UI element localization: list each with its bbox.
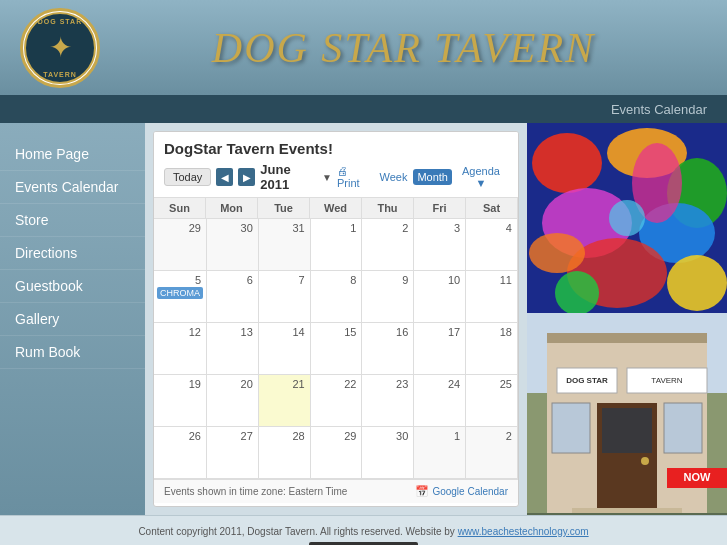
table-row[interactable]: 2: [466, 427, 518, 479]
table-row[interactable]: 28: [259, 427, 311, 479]
table-row[interactable]: 6: [207, 271, 259, 323]
logo: DOG STAR ✦ TAVERN: [20, 8, 100, 88]
sidebar-item-events[interactable]: Events Calendar: [0, 171, 145, 204]
next-month-button[interactable]: ▶: [238, 168, 255, 186]
table-row[interactable]: 17: [414, 323, 466, 375]
table-row[interactable]: 12: [154, 323, 207, 375]
calendar-event[interactable]: CHROMA: [157, 287, 203, 299]
table-row[interactable]: 27: [207, 427, 259, 479]
table-row[interactable]: 29: [311, 427, 363, 479]
table-row[interactable]: 1: [414, 427, 466, 479]
google-calendar-badge[interactable]: 📅 Google Calendar: [415, 485, 508, 498]
sidebar: Home Page Events Calendar Store Directio…: [0, 123, 145, 515]
svg-rect-28: [572, 508, 682, 513]
footer-text: Content copyright 2011, Dogstar Tavern. …: [138, 526, 457, 537]
svg-rect-25: [552, 403, 590, 453]
sidebar-item-rumbook[interactable]: Rum Book: [0, 336, 145, 369]
sidebar-item-guestbook[interactable]: Guestbook: [0, 270, 145, 303]
table-row[interactable]: 4: [466, 219, 518, 271]
logo-text-bottom: TAVERN: [43, 71, 77, 78]
timezone-label: Events shown in time zone: Eastern Time: [164, 486, 347, 497]
svg-text:NOW: NOW: [684, 471, 712, 483]
footer-link[interactable]: www.beachestechnology.com: [458, 526, 589, 537]
month-dropdown-icon[interactable]: ▼: [322, 172, 332, 183]
nav-strip-label: Events Calendar: [611, 102, 707, 117]
today-button[interactable]: Today: [164, 168, 211, 186]
svg-point-10: [609, 200, 645, 236]
table-row[interactable]: 20: [207, 375, 259, 427]
table-row[interactable]: 13: [207, 323, 259, 375]
sidebar-item-home[interactable]: Home Page: [0, 138, 145, 171]
table-row[interactable]: 19: [154, 375, 207, 427]
table-row[interactable]: 24: [414, 375, 466, 427]
logo-text-top: DOG STAR: [38, 18, 82, 25]
main-layout: Home Page Events Calendar Store Directio…: [0, 123, 727, 515]
right-photos: DOG STAR TAVERN NOW: [527, 123, 727, 515]
svg-text:DOG STAR: DOG STAR: [566, 376, 608, 385]
table-row[interactable]: 8: [311, 271, 363, 323]
svg-point-8: [555, 271, 599, 313]
abstract-art-svg: [527, 123, 727, 313]
google-cal-label: Google Calendar: [432, 486, 508, 497]
print-icon[interactable]: 🖨 Print: [337, 165, 370, 189]
table-row[interactable]: 18: [466, 323, 518, 375]
calendar-header-bar: DogStar Tavern Events! Today ◀ ▶ June 20…: [154, 132, 518, 198]
svg-rect-26: [664, 403, 702, 453]
footer-copyright: Content copyright 2011, Dogstar Tavern. …: [138, 526, 588, 537]
day-header-sun: Sun: [154, 198, 206, 218]
content-area: DogStar Tavern Events! Today ◀ ▶ June 20…: [145, 123, 527, 515]
day-header-mon: Mon: [206, 198, 258, 218]
svg-point-7: [667, 255, 727, 311]
today-date: 21: [292, 378, 304, 390]
table-row[interactable]: 11: [466, 271, 518, 323]
sidebar-item-gallery[interactable]: Gallery: [0, 303, 145, 336]
site-footer: Content copyright 2011, Dogstar Tavern. …: [0, 515, 727, 545]
table-row[interactable]: 26: [154, 427, 207, 479]
sidebar-item-directions[interactable]: Directions: [0, 237, 145, 270]
logo-star-icon: ✦: [49, 31, 72, 64]
calendar-section: DogStar Tavern Events! Today ◀ ▶ June 20…: [153, 131, 519, 507]
table-row[interactable]: 16: [362, 323, 414, 375]
sidebar-item-store[interactable]: Store: [0, 204, 145, 237]
agenda-view-button[interactable]: Agenda ▼: [454, 163, 508, 191]
bottom-photo: DOG STAR TAVERN NOW: [527, 313, 727, 515]
cal-controls: Today ◀ ▶ June 2011 ▼ 🖨 Print Week Month: [164, 162, 508, 192]
table-row[interactable]: 15: [311, 323, 363, 375]
top-photo: [527, 123, 727, 313]
day-header-fri: Fri: [414, 198, 466, 218]
header: DOG STAR ✦ TAVERN DOG STAR TAVERN: [0, 0, 727, 95]
day-header-thu: Thu: [362, 198, 414, 218]
svg-point-18: [641, 457, 649, 465]
table-row[interactable]: 1: [311, 219, 363, 271]
table-row[interactable]: 31: [259, 219, 311, 271]
storefront-svg: DOG STAR TAVERN NOW: [527, 313, 727, 513]
day-header-wed: Wed: [310, 198, 362, 218]
calendar-body: 29 30 31 1 2 3 4 5 CHROMA 6 7 8 9: [154, 219, 518, 479]
table-row[interactable]: 7: [259, 271, 311, 323]
table-row[interactable]: 9: [362, 271, 414, 323]
table-row[interactable]: 30: [207, 219, 259, 271]
month-label-text: June 2011: [260, 162, 319, 192]
table-row[interactable]: 29: [154, 219, 207, 271]
table-row[interactable]: 2: [362, 219, 414, 271]
prev-month-button[interactable]: ◀: [216, 168, 233, 186]
svg-rect-17: [602, 408, 652, 453]
table-row[interactable]: 3: [414, 219, 466, 271]
table-row[interactable]: 30: [362, 427, 414, 479]
month-view-button[interactable]: Month: [413, 169, 452, 185]
calendar-title: DogStar Tavern Events!: [164, 140, 508, 157]
agenda-dropdown-icon: ▼: [476, 177, 487, 189]
table-row[interactable]: 21: [259, 375, 311, 427]
table-row[interactable]: 10: [414, 271, 466, 323]
agenda-label: Agenda: [462, 165, 500, 177]
week-view-button[interactable]: Week: [375, 169, 411, 185]
calendar-day-headers: Sun Mon Tue Wed Thu Fri Sat: [154, 198, 518, 219]
table-row[interactable]: 5 CHROMA: [154, 271, 207, 323]
table-row[interactable]: 14: [259, 323, 311, 375]
table-row[interactable]: 22: [311, 375, 363, 427]
day-header-tue: Tue: [258, 198, 310, 218]
google-cal-icon: 📅: [415, 485, 429, 498]
table-row[interactable]: 25: [466, 375, 518, 427]
table-row[interactable]: 23: [362, 375, 414, 427]
powered-by-badge: POWERED BY WebSite: [309, 542, 419, 546]
